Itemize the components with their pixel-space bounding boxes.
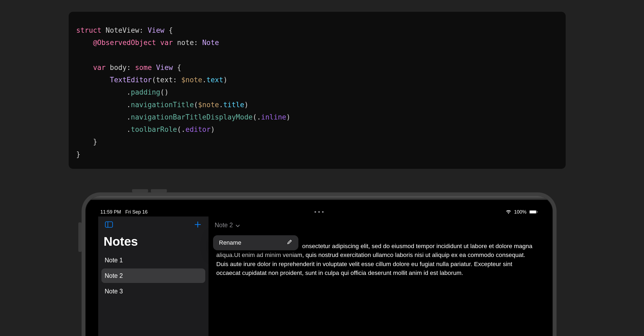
dot-icon: [318, 211, 320, 213]
svg-rect-3: [105, 222, 113, 227]
sidebar-title: Notes: [98, 234, 208, 253]
ipad-screen: 11:59 PM Fri Sep 16 100%: [98, 207, 540, 336]
ipad-device-frame: 11:59 PM Fri Sep 16 100%: [82, 192, 557, 336]
code-punct: .: [127, 88, 131, 96]
code-type: Note: [202, 39, 219, 47]
status-date: Fri Sep 16: [125, 209, 148, 215]
dot-icon: [322, 211, 324, 213]
sidebar-list: Note 1 Note 2 Note 3: [98, 253, 208, 298]
code-punct: :: [173, 76, 177, 84]
code-keyword: var: [160, 39, 173, 47]
code-punct: :: [127, 64, 131, 72]
code-punct: .: [127, 101, 131, 109]
code-punct: .: [257, 113, 261, 121]
code-brace: }: [76, 150, 80, 158]
code-typename: NoteView: [106, 26, 139, 34]
code-attr: @ObservedObject: [93, 39, 156, 47]
code-keyword: struct: [76, 26, 101, 34]
code-punct: (: [177, 125, 181, 133]
device-side-button: [78, 222, 82, 252]
code-punct: (: [253, 113, 257, 121]
code-punct: ): [211, 125, 215, 133]
sidebar-toggle-button[interactable]: [104, 220, 114, 230]
code-punct: (: [194, 101, 198, 109]
code-brace: {: [164, 26, 173, 34]
menu-item-label: Rename: [219, 239, 241, 246]
code-call: navigationBarTitleDisplayMode: [131, 113, 253, 121]
device-volume-button: [151, 189, 167, 192]
code-punct: ): [286, 113, 291, 121]
sidebar-item-note[interactable]: Note 2: [101, 268, 205, 283]
code-binding: $note: [181, 76, 202, 84]
code-binding: $note: [198, 101, 219, 109]
dot-icon: [314, 211, 316, 213]
battery-icon: [529, 210, 538, 214]
code-call: toolbarRole: [131, 125, 177, 133]
code-punct: .: [181, 125, 185, 133]
sidebar-item-note[interactable]: Note 3: [101, 284, 205, 298]
sidebar-item-label: Note 1: [105, 257, 123, 264]
code-call: TextEditor: [110, 76, 152, 84]
sidebar-toolbar: [98, 216, 208, 234]
code-enum: inline: [261, 113, 286, 121]
code-ident: body: [110, 64, 127, 72]
navigation-title-menu[interactable]: Note 2: [215, 222, 240, 229]
code-keyword: var: [93, 64, 106, 72]
code-brace: {: [173, 64, 181, 72]
device-volume-button: [132, 189, 148, 192]
code-punct: (): [160, 88, 169, 96]
code-keyword: some: [135, 64, 152, 72]
battery-percentage: 100%: [514, 209, 526, 215]
code-punct: (: [152, 76, 156, 84]
code-member: title: [223, 101, 244, 109]
status-left: 11:59 PM Fri Sep 16: [100, 209, 148, 215]
sidebar-icon: [105, 221, 113, 229]
code-brace: }: [93, 138, 97, 146]
status-time: 11:59 PM: [100, 209, 121, 215]
detail-toolbar: Note 2: [209, 216, 540, 234]
code-punct: :: [139, 26, 144, 34]
detail-pane: Note 2 Rename: [209, 216, 540, 336]
code-punct: .: [202, 76, 207, 84]
svg-rect-2: [537, 211, 538, 213]
sidebar: Notes Note 1 Note 2 Note 3: [98, 216, 209, 336]
navigation-title-label: Note 2: [215, 222, 233, 229]
sidebar-item-label: Note 3: [105, 288, 123, 295]
split-view: Notes Note 1 Note 2 Note 3: [98, 216, 540, 336]
code-member: text: [206, 76, 223, 84]
code-call: navigationTitle: [131, 101, 194, 109]
code-call: padding: [131, 88, 160, 96]
code-punct: .: [127, 113, 131, 121]
code-block: struct NoteView: View { @ObservedObject …: [69, 12, 566, 169]
rename-menu-item[interactable]: Rename: [213, 235, 298, 250]
status-right: 100%: [506, 209, 538, 215]
pencil-icon: [287, 239, 292, 247]
code-punct: ): [244, 101, 248, 109]
code-punct: :: [194, 39, 198, 47]
multitasking-dots[interactable]: [314, 211, 324, 213]
svg-rect-1: [530, 211, 536, 213]
status-bar: 11:59 PM Fri Sep 16 100%: [98, 207, 540, 216]
code-punct: ): [223, 76, 228, 84]
code-protocol: View: [148, 26, 164, 34]
wifi-icon: [506, 210, 511, 214]
chevron-down-icon: [236, 222, 240, 229]
code-arglabel: text: [156, 76, 173, 84]
code-enum: editor: [185, 125, 211, 133]
code-type: View: [156, 64, 173, 72]
code-ident: note: [177, 39, 194, 47]
sidebar-item-note[interactable]: Note 1: [101, 253, 205, 267]
code-punct: .: [127, 125, 131, 133]
add-note-button[interactable]: [192, 220, 203, 230]
title-context-menu: Rename: [213, 235, 298, 250]
sidebar-item-label: Note 2: [105, 272, 123, 279]
code-punct: .: [219, 101, 223, 109]
plus-icon: [194, 221, 201, 229]
